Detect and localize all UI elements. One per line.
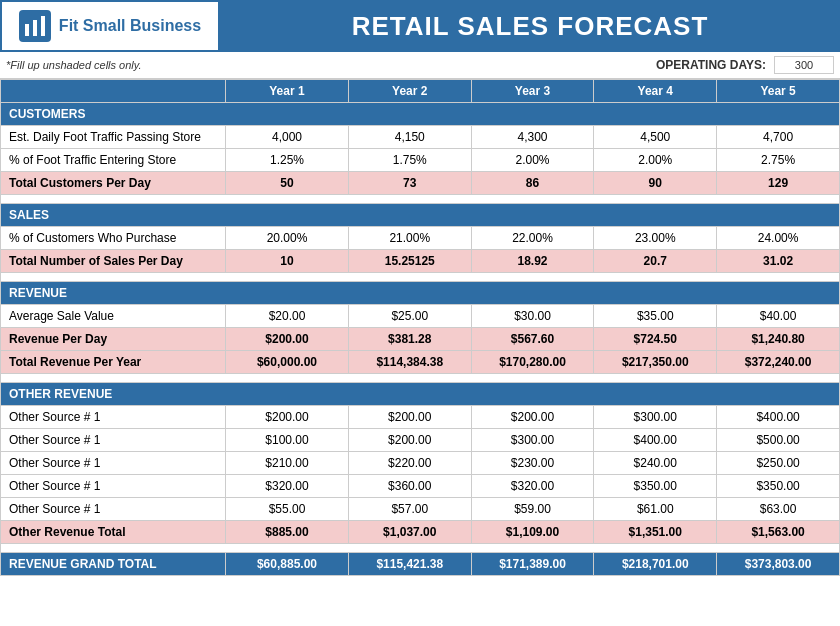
other-source-1a-label: Other Source # 1 <box>1 406 226 429</box>
avg-sale-value-row: Average Sale Value $20.00 $25.00 $30.00 … <box>1 305 840 328</box>
grand-y5: $373,803.00 <box>717 553 840 576</box>
avg-sale-y4: $35.00 <box>594 305 717 328</box>
total-sales-y4: 20.7 <box>594 250 717 273</box>
other-source-3-label: Other Source # 1 <box>1 452 226 475</box>
revenue-section-header: REVENUE <box>1 282 840 305</box>
year-header-row: Year 1 Year 2 Year 3 Year 4 Year 5 <box>1 80 840 103</box>
grand-y2: $115,421.38 <box>348 553 471 576</box>
os1a-y5: $400.00 <box>717 406 840 429</box>
grand-y3: $171,389.00 <box>471 553 594 576</box>
operating-area: OPERATING DAYS: 300 <box>656 56 834 74</box>
other-source-4-label: Other Source # 1 <box>1 475 226 498</box>
rev-year-y5: $372,240.00 <box>717 351 840 374</box>
total-customers-row: Total Customers Per Day 50 73 86 90 129 <box>1 172 840 195</box>
os3-y3: $230.00 <box>471 452 594 475</box>
rev-day-y3: $567.60 <box>471 328 594 351</box>
avg-sale-y5: $40.00 <box>717 305 840 328</box>
year2-header: Year 2 <box>348 80 471 103</box>
other-revenue-total-row: Other Revenue Total $885.00 $1,037.00 $1… <box>1 521 840 544</box>
sales-label: SALES <box>1 204 840 227</box>
os5-y3: $59.00 <box>471 498 594 521</box>
total-sales-per-day-label: Total Number of Sales Per Day <box>1 250 226 273</box>
year4-header: Year 4 <box>594 80 717 103</box>
ort-y3: $1,109.00 <box>471 521 594 544</box>
ort-y1: $885.00 <box>226 521 349 544</box>
pct-foot-y4: 2.00% <box>594 149 717 172</box>
year3-header: Year 3 <box>471 80 594 103</box>
spacer-2 <box>1 273 840 282</box>
grand-y4: $218,701.00 <box>594 553 717 576</box>
ort-y5: $1,563.00 <box>717 521 840 544</box>
logo-box: Fit Small Business <box>0 0 220 52</box>
other-source-5-label: Other Source # 1 <box>1 498 226 521</box>
os5-y4: $61.00 <box>594 498 717 521</box>
svg-rect-2 <box>33 20 37 36</box>
avg-sale-value-label: Average Sale Value <box>1 305 226 328</box>
total-sales-per-day-row: Total Number of Sales Per Day 10 15.2512… <box>1 250 840 273</box>
spacer-1 <box>1 195 840 204</box>
rev-year-y1: $60,000.00 <box>226 351 349 374</box>
os3-y2: $220.00 <box>348 452 471 475</box>
os4-y3: $320.00 <box>471 475 594 498</box>
rev-year-y2: $114,384.38 <box>348 351 471 374</box>
os3-y1: $210.00 <box>226 452 349 475</box>
customers-section-header: CUSTOMERS <box>1 103 840 126</box>
subtitle-bar: *Fill up unshaded cells only. OPERATING … <box>0 52 840 79</box>
pct-cust-purch-y4: 23.00% <box>594 227 717 250</box>
logo-text: Fit Small Business <box>59 16 201 35</box>
revenue-per-day-label: Revenue Per Day <box>1 328 226 351</box>
operating-label: OPERATING DAYS: <box>656 58 766 72</box>
os4-y4: $350.00 <box>594 475 717 498</box>
total-revenue-per-year-label: Total Revenue Per Year <box>1 351 226 374</box>
os1a-y2: $200.00 <box>348 406 471 429</box>
rev-day-y1: $200.00 <box>226 328 349 351</box>
total-cust-y5: 129 <box>717 172 840 195</box>
pct-cust-purch-y3: 22.00% <box>471 227 594 250</box>
pct-foot-y5: 2.75% <box>717 149 840 172</box>
other-source-3-row: Other Source # 1 $210.00 $220.00 $230.00… <box>1 452 840 475</box>
grand-y1: $60,885.00 <box>226 553 349 576</box>
est-foot-traffic-label: Est. Daily Foot Traffic Passing Store <box>1 126 226 149</box>
other-source-5-row: Other Source # 1 $55.00 $57.00 $59.00 $6… <box>1 498 840 521</box>
header-area: Fit Small Business RETAIL SALES FORECAST <box>0 0 840 52</box>
ort-y4: $1,351.00 <box>594 521 717 544</box>
os3-y5: $250.00 <box>717 452 840 475</box>
other-source-1-row: Other Source # 1 $200.00 $200.00 $200.00… <box>1 406 840 429</box>
customers-label: CUSTOMERS <box>1 103 840 126</box>
grand-total-label: REVENUE GRAND TOTAL <box>1 553 226 576</box>
revenue-grand-total-row: REVENUE GRAND TOTAL $60,885.00 $115,421.… <box>1 553 840 576</box>
rev-year-y3: $170,280.00 <box>471 351 594 374</box>
total-sales-y3: 18.92 <box>471 250 594 273</box>
os2-y5: $500.00 <box>717 429 840 452</box>
other-source-4-row: Other Source # 1 $320.00 $360.00 $320.00… <box>1 475 840 498</box>
pct-customers-purchase-row: % of Customers Who Purchase 20.00% 21.00… <box>1 227 840 250</box>
est-foot-y3: 4,300 <box>471 126 594 149</box>
os5-y2: $57.00 <box>348 498 471 521</box>
rev-day-y2: $381.28 <box>348 328 471 351</box>
est-foot-traffic-row: Est. Daily Foot Traffic Passing Store 4,… <box>1 126 840 149</box>
total-sales-y2: 15.25125 <box>348 250 471 273</box>
col-label-header <box>1 80 226 103</box>
total-cust-y1: 50 <box>226 172 349 195</box>
sales-section-header: SALES <box>1 204 840 227</box>
pct-cust-purch-y5: 24.00% <box>717 227 840 250</box>
pct-foot-y2: 1.75% <box>348 149 471 172</box>
spacer-3 <box>1 374 840 383</box>
os1a-y4: $300.00 <box>594 406 717 429</box>
total-cust-y2: 73 <box>348 172 471 195</box>
year1-header: Year 1 <box>226 80 349 103</box>
pct-foot-y1: 1.25% <box>226 149 349 172</box>
os1a-y1: $200.00 <box>226 406 349 429</box>
os2-y2: $200.00 <box>348 429 471 452</box>
total-cust-y4: 90 <box>594 172 717 195</box>
os5-y1: $55.00 <box>226 498 349 521</box>
os2-y4: $400.00 <box>594 429 717 452</box>
revenue-per-day-row: Revenue Per Day $200.00 $381.28 $567.60 … <box>1 328 840 351</box>
total-revenue-per-year-row: Total Revenue Per Year $60,000.00 $114,3… <box>1 351 840 374</box>
est-foot-y5: 4,700 <box>717 126 840 149</box>
os4-y1: $320.00 <box>226 475 349 498</box>
os5-y5: $63.00 <box>717 498 840 521</box>
spacer-4 <box>1 544 840 553</box>
avg-sale-y1: $20.00 <box>226 305 349 328</box>
rev-year-y4: $217,350.00 <box>594 351 717 374</box>
